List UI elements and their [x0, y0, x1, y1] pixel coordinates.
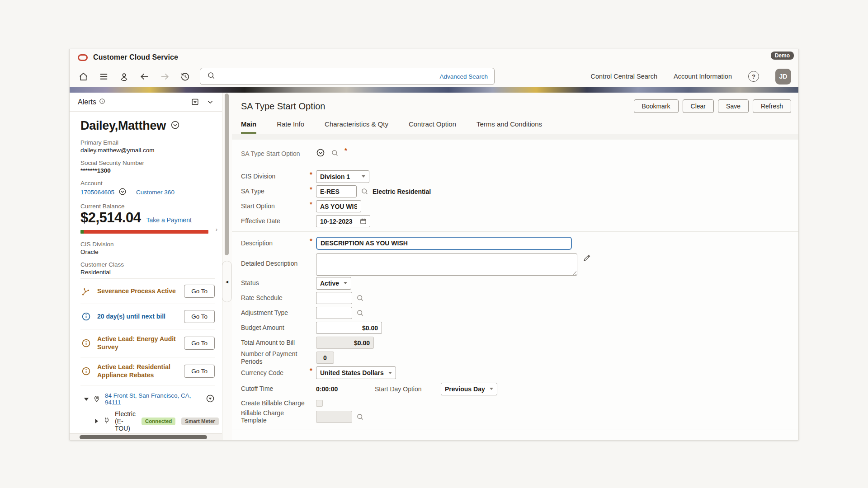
- account-number-link[interactable]: 1705064605: [80, 189, 114, 196]
- alert-filter-icon[interactable]: [189, 97, 200, 108]
- sa-type-label: SA Type: [241, 188, 310, 195]
- pencil-icon[interactable]: [583, 253, 591, 264]
- cis-division-select[interactable]: Division 1: [316, 170, 369, 183]
- chevron-down-icon: [344, 282, 347, 284]
- rate-schedule-input[interactable]: [316, 292, 352, 304]
- sidebar-collapse-handle[interactable]: ◄: [222, 261, 232, 302]
- rate-schedule-row: Rate Schedule: [240, 291, 790, 305]
- customer-class-value: Residential: [80, 269, 215, 276]
- collapse-panel-icon[interactable]: [205, 97, 216, 108]
- adjustment-type-row: Adjustment Type: [240, 305, 790, 320]
- expand-triangle-icon[interactable]: [94, 419, 99, 423]
- carousel-next-icon[interactable]: ›: [216, 226, 217, 232]
- cis-division-value: Oracle: [80, 249, 215, 255]
- premise-menu-icon[interactable]: [206, 394, 215, 404]
- help-icon[interactable]: ?: [748, 71, 759, 82]
- meter-badge: Smart Meter: [181, 418, 218, 425]
- take-payment-link[interactable]: Take a Payment: [146, 216, 191, 224]
- clear-button[interactable]: Clear: [683, 99, 714, 113]
- effective-date-label: Effective Date: [241, 217, 310, 225]
- control-central-search-link[interactable]: Control Central Search: [591, 73, 658, 80]
- refresh-button[interactable]: Refresh: [753, 99, 791, 113]
- tab-main[interactable]: Main: [241, 120, 256, 134]
- rate-schedule-label: Rate Schedule: [241, 294, 310, 302]
- start-day-option-label: Start Day Option: [375, 385, 441, 393]
- ssn-field: Social Security Number *******1300: [80, 160, 215, 174]
- sa-type-input[interactable]: [316, 185, 357, 197]
- history-icon[interactable]: [179, 71, 190, 82]
- customer-360-link[interactable]: Customer 360: [136, 189, 175, 196]
- collapse-triangle-icon[interactable]: [84, 397, 89, 401]
- cutoff-time-value: 0:00:00: [316, 385, 375, 393]
- tab-terms-conditions[interactable]: Terms and Conditions: [476, 120, 542, 134]
- effective-date-row: Effective Date: [240, 214, 790, 229]
- status-select[interactable]: Active: [316, 277, 351, 290]
- back-icon[interactable]: [139, 71, 150, 82]
- search-input[interactable]: [220, 73, 435, 80]
- billable-template-input: [316, 411, 352, 423]
- go-to-button[interactable]: Go To: [184, 310, 215, 323]
- search-icon[interactable]: [356, 413, 364, 421]
- vertical-scrollbar-thumb[interactable]: [225, 94, 229, 255]
- advanced-search-link[interactable]: Advanced Search: [439, 73, 488, 80]
- status-row: Status Active: [240, 276, 790, 291]
- effective-date-input[interactable]: [316, 215, 370, 227]
- sa-type-start-option-header-row: SA Type Start Option *: [240, 144, 790, 163]
- account-information-link[interactable]: Account Information: [674, 73, 732, 80]
- cutoff-time-row: Cutoff Time 0:00:00 Start Day Option Pre…: [240, 380, 790, 398]
- info-icon: [80, 312, 91, 321]
- forward-icon[interactable]: [159, 71, 170, 82]
- search-icon[interactable]: [356, 309, 364, 317]
- start-option-label: Start Option: [241, 202, 310, 210]
- cis-division-label: CIS Division: [80, 241, 215, 248]
- detailed-description-textarea[interactable]: [316, 253, 577, 276]
- go-to-button[interactable]: Go To: [184, 285, 215, 298]
- global-search: Advanced Search: [200, 68, 495, 85]
- user-avatar[interactable]: JD: [775, 69, 791, 84]
- premise-tree: 84 Front St, San Francisco, CA, 94111 El…: [80, 385, 215, 440]
- detailed-description-label: Detailed Description: [241, 253, 310, 267]
- customer-menu-icon[interactable]: [170, 120, 180, 131]
- tab-bar: Main Rate Info Characteristics & Qty Con…: [241, 120, 791, 134]
- horizontal-scrollbar-thumb[interactable]: [80, 435, 207, 439]
- tab-rate-info[interactable]: Rate Info: [277, 120, 304, 134]
- tab-contract-option[interactable]: Contract Option: [409, 120, 456, 134]
- premise-address-link[interactable]: 84 Front St, San Francisco, CA, 94111: [105, 392, 202, 406]
- cis-division-field: CIS Division Oracle: [80, 241, 215, 255]
- start-option-row: Start Option *: [240, 199, 790, 214]
- record-menu-icon[interactable]: [316, 148, 325, 159]
- alert-row: Active Lead: Residential Appliance Rebat…: [80, 357, 215, 385]
- budget-amount-input[interactable]: [316, 322, 382, 334]
- go-to-button[interactable]: Go To: [184, 337, 215, 350]
- menu-icon[interactable]: [98, 71, 109, 82]
- primary-email-field: Primary Email dailey.matthew@ymail.com: [80, 139, 215, 154]
- customer-class-field: Customer Class Residential: [80, 261, 215, 276]
- description-row: Description *: [240, 235, 790, 252]
- alert-text: Active Lead: Energy Audit Survey: [97, 335, 178, 351]
- start-day-option-select[interactable]: Previous Day: [441, 383, 497, 395]
- adjustment-type-input[interactable]: [316, 307, 352, 319]
- chevron-down-icon: [362, 175, 365, 178]
- go-to-button[interactable]: Go To: [184, 365, 215, 378]
- contact-icon[interactable]: [118, 71, 129, 82]
- description-label: Description: [241, 239, 310, 247]
- alert-row: Severance Process Active Go To: [80, 278, 215, 304]
- description-input[interactable]: [316, 237, 572, 250]
- currency-code-select[interactable]: United States Dollars: [316, 366, 396, 379]
- alert-text: 20 day(s) until next bill: [97, 313, 178, 321]
- chevron-down-icon: [388, 372, 392, 374]
- bookmark-button[interactable]: Bookmark: [634, 99, 679, 113]
- search-icon[interactable]: [330, 149, 339, 159]
- save-button[interactable]: Save: [718, 99, 749, 113]
- search-icon[interactable]: [360, 187, 369, 196]
- alert-text: Active Lead: Residential Appliance Rebat…: [97, 363, 178, 379]
- alerts-sidebar: Alerts Dailey,Matthew: [70, 93, 222, 440]
- panel-gutter: ◄: [222, 93, 232, 440]
- create-billable-charge-checkbox[interactable]: [316, 400, 323, 407]
- search-icon[interactable]: [356, 294, 364, 302]
- tab-characteristics-qty[interactable]: Characteristics & Qty: [325, 120, 388, 134]
- home-icon[interactable]: [78, 71, 89, 82]
- info-icon: [80, 338, 91, 348]
- start-option-input[interactable]: [316, 200, 361, 212]
- account-menu-icon[interactable]: [118, 188, 127, 197]
